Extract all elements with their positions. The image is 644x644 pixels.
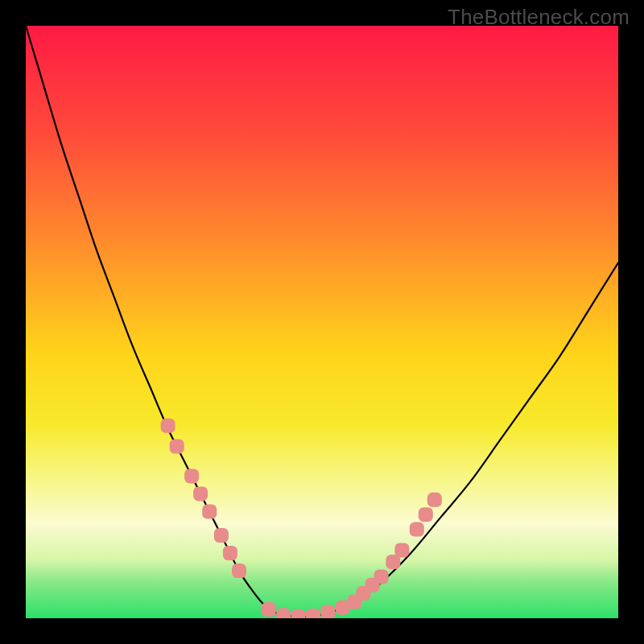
curve-marker (232, 564, 246, 578)
curve-marker (170, 440, 184, 454)
curve-marker (291, 609, 306, 618)
curve-marker (276, 608, 291, 618)
curve-marker (419, 507, 433, 522)
curve-marker (184, 469, 199, 483)
curve-marker (262, 602, 276, 617)
curve-markers (161, 419, 442, 618)
curve-marker (320, 605, 335, 618)
curve-marker (161, 419, 175, 433)
curve-marker (427, 493, 442, 507)
curve-marker (223, 546, 237, 560)
curve-marker (374, 570, 389, 584)
chart-svg (26, 26, 618, 618)
curve-marker (214, 528, 229, 543)
chart-frame: TheBottleneck.com (0, 0, 644, 644)
curve-marker (306, 609, 320, 618)
bottleneck-curve (26, 26, 618, 617)
curve-marker (202, 505, 217, 519)
plot-area (26, 26, 618, 618)
curve-marker (410, 522, 424, 537)
curve-marker (394, 543, 409, 557)
curve-marker (193, 486, 208, 501)
